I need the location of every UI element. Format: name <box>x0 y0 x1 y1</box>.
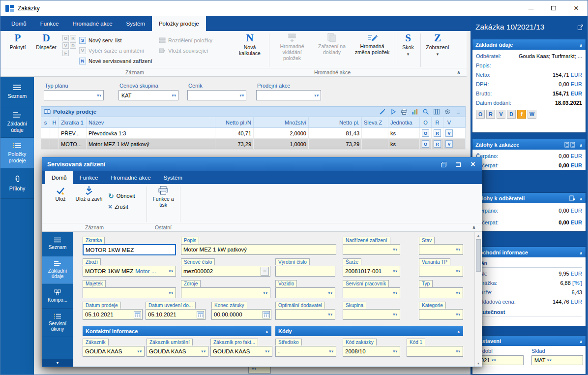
dropdown-icon[interactable] <box>326 311 334 319</box>
dialog-sidebar-komponenty[interactable]: Kompo... <box>42 284 73 309</box>
col-zkratka[interactable]: Zkratka 1 <box>59 117 87 127</box>
menu-icon[interactable] <box>454 108 463 116</box>
calendar-icon[interactable] <box>134 311 141 318</box>
zalohy-odberatel-header[interactable]: Zálohy k odběrateli <box>472 193 586 203</box>
mini-f-button[interactable]: F <box>62 50 69 56</box>
sidebar-item-seznam[interactable]: Seznam <box>0 77 34 107</box>
vlozit-souvisejici-button[interactable]: Vložit související <box>159 45 212 56</box>
close-icon[interactable] <box>466 159 480 170</box>
document-icon[interactable] <box>570 142 575 148</box>
tab-polozky-prodeje[interactable]: Položky prodeje <box>152 16 206 31</box>
refresh-button[interactable]: Obnovit <box>108 190 135 201</box>
minimize-icon[interactable] <box>520 0 542 16</box>
nova-kalkulace-button[interactable]: N Nová kalkulace <box>235 31 264 64</box>
zbozi-link[interactable]: Motor ... <box>135 268 156 274</box>
typ-dropdown[interactable] <box>419 287 463 298</box>
tab-funkce[interactable]: Funkce <box>33 16 66 31</box>
collapse-icon[interactable] <box>457 328 461 334</box>
col-netto[interactable]: Netto pl. <box>309 117 362 127</box>
ribbon-collapse-icon[interactable] <box>455 69 463 76</box>
ellipsis-icon[interactable] <box>261 267 269 276</box>
zakaznik-dropdown[interactable]: GOUDA KAAS <box>83 346 145 357</box>
dropdown-icon[interactable] <box>454 311 462 319</box>
dropdown-icon[interactable] <box>95 91 103 99</box>
cenik-dropdown[interactable] <box>187 90 246 100</box>
dropdown-icon[interactable] <box>545 356 553 365</box>
kontaktni-informace-section[interactable]: Kontaktní informace <box>83 326 271 336</box>
zakladni-udaje-header[interactable]: Základní údaje <box>472 39 586 50</box>
popis-input[interactable]: Motor MEZ 1 kW patkový <box>181 244 336 255</box>
sidebar-item-zakladni-udaje[interactable]: Základní údaje <box>0 107 34 138</box>
col-o[interactable]: O <box>420 117 432 127</box>
pokryti-button[interactable]: P Pokrytí <box>4 31 31 64</box>
toggle-d[interactable]: D <box>507 110 516 119</box>
dropdown-icon[interactable] <box>264 347 271 356</box>
dropdown-icon[interactable] <box>454 289 462 297</box>
dialog-sidebar-seznam[interactable]: Seznam <box>42 232 73 256</box>
open-in-window-icon[interactable] <box>577 24 584 31</box>
mini-o-button[interactable]: O <box>62 35 69 41</box>
col-s[interactable]: s <box>41 117 50 127</box>
mini-d-button[interactable]: D <box>70 42 76 49</box>
dropdown-icon[interactable] <box>262 289 269 297</box>
kategorie-dropdown[interactable] <box>419 309 463 320</box>
cancel-button[interactable]: Zrušit <box>108 201 135 212</box>
mini-v-button[interactable]: V <box>62 42 69 49</box>
zobrazeni-button[interactable]: Z Zobrazení <box>423 31 452 64</box>
close-icon[interactable] <box>565 0 588 16</box>
dropdown-icon[interactable] <box>136 347 143 356</box>
toggle-f[interactable]: f <box>517 110 526 119</box>
dropdown-icon[interactable] <box>326 289 334 297</box>
col-r[interactable]: R <box>432 117 443 127</box>
chart-icon[interactable] <box>411 108 419 116</box>
table-row[interactable]: PŘEV... Převodovka 1:3 40,71 2,0000 81,4… <box>41 128 466 139</box>
dialog-scrollbar[interactable] <box>474 232 482 367</box>
scroll-down-icon[interactable] <box>475 360 482 367</box>
dropdown-icon[interactable] <box>391 311 399 319</box>
toggle-w[interactable]: W <box>528 110 536 119</box>
dropdown-icon[interactable] <box>170 91 177 99</box>
vyrobni-input[interactable] <box>275 266 335 277</box>
collapse-icon[interactable] <box>580 142 583 148</box>
dropdown-icon[interactable] <box>167 289 175 297</box>
dialog-tab-domu[interactable]: Domů <box>45 171 73 184</box>
dropdown-icon[interactable] <box>327 347 335 356</box>
dropdown-icon[interactable] <box>391 347 399 356</box>
col-v[interactable]: V <box>443 117 455 127</box>
dropdown-icon[interactable] <box>490 356 497 365</box>
col-h[interactable]: H <box>50 117 59 127</box>
save-button[interactable]: Ulož <box>48 184 73 215</box>
novy-serv-list-button[interactable]: S Nový serv. list <box>79 35 152 45</box>
skok-button[interactable]: S Skok <box>398 31 418 64</box>
skupina-dropdown[interactable] <box>343 309 400 320</box>
customer-document-icon[interactable] <box>569 195 575 201</box>
scroll-up-icon[interactable] <box>475 232 482 239</box>
stredisko-dropdown[interactable]: - <box>275 346 336 357</box>
dialog-sidebar-zakladni-udaje[interactable]: Základní údaje <box>42 256 73 284</box>
hromadne-vkladani-button[interactable]: Hromadné vkládání položek <box>273 31 311 64</box>
run-play-icon[interactable] <box>389 108 398 116</box>
dialog-tab-funkce[interactable]: Funkce <box>73 171 105 184</box>
dispecer-button[interactable]: D Dispečer <box>32 31 60 64</box>
collapse-icon[interactable] <box>580 338 583 344</box>
col-sleva[interactable]: Sleva Z <box>362 117 388 127</box>
table-row-selected[interactable]: MOTO... Motor MEZ 1 kW patkový 73,29 1,0… <box>41 139 466 150</box>
collapse-icon[interactable] <box>580 42 583 48</box>
dropdown-icon[interactable] <box>454 267 462 276</box>
ribbon-collapse-icon[interactable] <box>470 224 478 231</box>
zarazeni-na-doklady-button[interactable]: Zařazení na doklady <box>313 31 351 64</box>
sarze-dropdown[interactable]: 20081017-001 <box>343 266 400 277</box>
tab-domu[interactable]: Domů <box>4 16 33 31</box>
zdroje-dropdown[interactable] <box>181 287 270 298</box>
dropdown-icon[interactable] <box>167 267 175 276</box>
datum-uvedeni-input[interactable]: 05.10.2021 <box>146 309 206 320</box>
col-mnozstvi[interactable]: Množství <box>254 117 309 127</box>
zbozi-dropdown[interactable]: MOTOR 1KW MEZ Motor ... <box>83 266 176 277</box>
col-jednotka[interactable]: Jednotka <box>388 117 420 127</box>
functions-print-button[interactable]: Funkce a tisk <box>149 184 177 215</box>
zkratka-input[interactable]: MOTOR 1KW MEZ <box>83 244 176 255</box>
zakaznik-fakturace-dropdown[interactable]: GOUDA KAAS <box>210 346 272 357</box>
maximize-icon[interactable] <box>451 159 466 170</box>
toggle-v[interactable]: V <box>497 110 505 119</box>
col-nazev[interactable]: Název <box>87 117 215 127</box>
